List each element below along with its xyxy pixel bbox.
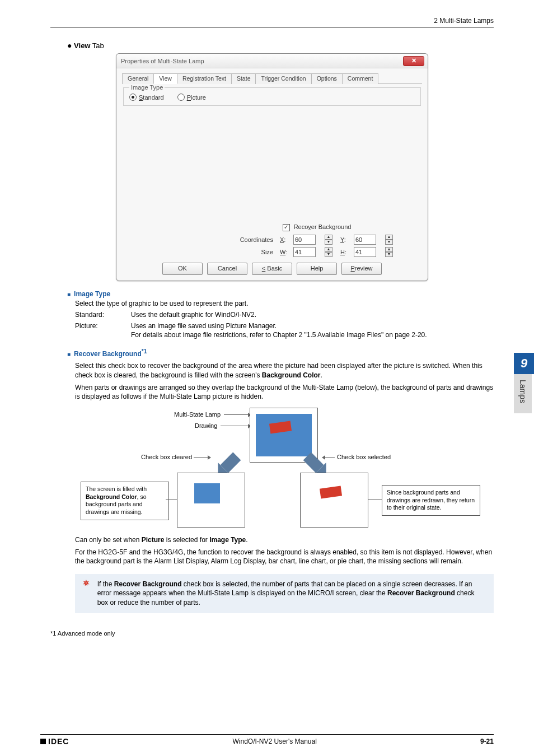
diag-arrow-drawing [221,426,249,426]
y-input[interactable]: 60 [354,235,376,245]
radio-standard-indicator [129,94,137,101]
recover-heading: ■Recover Background*1 [67,348,494,358]
def-def-standard: Uses the default graphic for WindO/I-NV2… [131,310,494,319]
y-label: Y: [340,236,353,243]
dialog-button-row: OK Cancel < Basic Help Preview [122,263,422,275]
radio-standard-label: Standard [139,94,164,101]
screen-top [250,408,318,463]
w-label: W: [280,249,292,255]
logo-square-icon [40,739,46,744]
def-row-picture: Picture: Uses an image file saved using … [75,321,494,339]
x-label: X: [280,236,292,243]
y-input-wrap: 60 [354,235,384,245]
properties-dialog: Properties of Multi-State Lamp ✕ General… [116,53,428,281]
w-input[interactable]: 41 [293,247,316,257]
radio-picture-label: Picture [187,94,206,101]
def-row-standard: Standard: Uses the default graphic for W… [75,310,494,319]
radio-picture-indicator [177,94,185,101]
side-tab: 9 Lamps [514,353,534,413]
diag-arrow-selected [325,457,335,458]
diag-label-selected: Check box selected [337,454,391,460]
def-term-standard: Standard: [75,310,131,319]
recover-background-label: Recover Background [294,223,352,230]
h-input[interactable]: 41 [354,247,376,257]
dialog-title: Properties of Multi-State Lamp [121,58,204,64]
image-type-lead: Select the type of graphic to be used to… [75,299,494,308]
radio-picture[interactable]: Picture [177,94,206,101]
callout-right: Since background parts and drawings are … [382,485,480,516]
warning-icon: ! [83,580,90,594]
page-footer: IDEC WindO/I-NV2 User's Manual 9-21 [40,734,494,746]
image-type-heading: ■Image Type [67,290,494,298]
callout-left: The screen is filled with Background Col… [81,482,169,520]
tab-trigger-condition[interactable]: Trigger Condition [255,73,311,84]
tab-general[interactable]: General [122,73,154,84]
heading-strong: View [74,41,90,50]
def-def-picture: Uses an image file saved using Picture M… [131,321,494,339]
checkbox-box: ✓ [283,224,290,231]
def-term-picture: Picture: [75,321,131,339]
tab-view[interactable]: View [153,73,177,84]
diag-label-lamp: Multi-State Lamp [174,411,221,418]
callout-left-line [166,500,177,500]
section-heading-view-tab: ● View Tab [67,41,494,50]
diag-label-drawing: Drawing [195,422,217,429]
preview-button[interactable]: Preview [341,263,382,275]
h-input-wrap: 41 [354,247,384,257]
image-type-fieldset: Image Type Standard Picture [123,87,421,106]
recover-background-checkbox[interactable]: ✓ Recover Background [283,223,352,230]
tab-comment[interactable]: Comment [342,73,379,84]
h-spinner[interactable]: ▲▼ [385,247,393,257]
diag-label-cleared: Check box cleared [141,454,192,460]
footer-page: 9-21 [480,738,494,745]
size-label: Size [234,249,279,255]
diag-arrow-lamp [224,414,249,415]
radio-standard[interactable]: Standard [129,94,164,101]
dialog-empty-area [122,108,422,220]
after-p1: Can only be set when Picture is selected… [75,535,494,544]
recover-p1: Select this check box to recover the bac… [75,361,494,379]
screen-selected [300,473,368,528]
footer-center: WindO/I-NV2 User's Manual [233,738,317,745]
screen-cleared [177,473,245,528]
warning-text: If the Recover Background check box is s… [97,580,486,608]
svg-text:!: ! [86,581,87,584]
x-input-wrap: 60 [293,235,324,245]
dialog-tabs: General View Registration Text State Tri… [122,73,422,84]
side-tab-text: Lamps [514,374,532,413]
arrow-down-left-icon [221,452,241,473]
warning-note: ! If the Recover Background check box is… [75,574,494,613]
footnote: *1 Advanced mode only [50,630,494,637]
tab-options[interactable]: Options [311,73,343,84]
page-header: 2 Multi-State Lamps [50,17,494,27]
tab-state[interactable]: State [231,73,256,84]
heading-bullet: ● [67,41,72,50]
close-button[interactable]: ✕ [403,56,424,66]
callout-right-line [368,500,382,500]
dialog-titlebar: Properties of Multi-State Lamp ✕ [116,54,428,68]
basic-button[interactable]: < Basic [252,263,292,275]
recover-p2: When parts or drawings are arranged so t… [75,383,494,401]
recover-diagram: Multi-State Lamp Drawing Check box clear… [76,411,468,529]
x-input[interactable]: 60 [293,235,316,245]
w-input-wrap: 41 [293,247,324,257]
y-spinner[interactable]: ▲▼ [385,235,393,245]
side-tab-number: 9 [514,353,534,374]
footer-logo: IDEC [40,737,69,746]
w-spinner[interactable]: ▲▼ [325,247,332,257]
heading-rest: Tab [90,41,104,50]
help-button[interactable]: Help [297,263,337,275]
x-spinner[interactable]: ▲▼ [325,235,332,245]
diag-arrow-cleared [194,457,208,458]
h-label: H: [340,249,353,255]
cancel-button[interactable]: Cancel [207,263,247,275]
coordinates-grid: Coordinates X: 60 ▲▼ Y: 60 ▲▼ Size W: 41… [234,235,422,257]
after-p2: For the HG2G-5F and the HG3G/4G, the fun… [75,548,494,566]
tab-registration-text[interactable]: Registration Text [177,73,232,84]
coordinates-label: Coordinates [234,236,279,243]
recover-background-row: ✓ Recover Background [212,223,422,231]
image-type-legend: Image Type [129,84,165,91]
ok-button[interactable]: OK [162,263,203,275]
